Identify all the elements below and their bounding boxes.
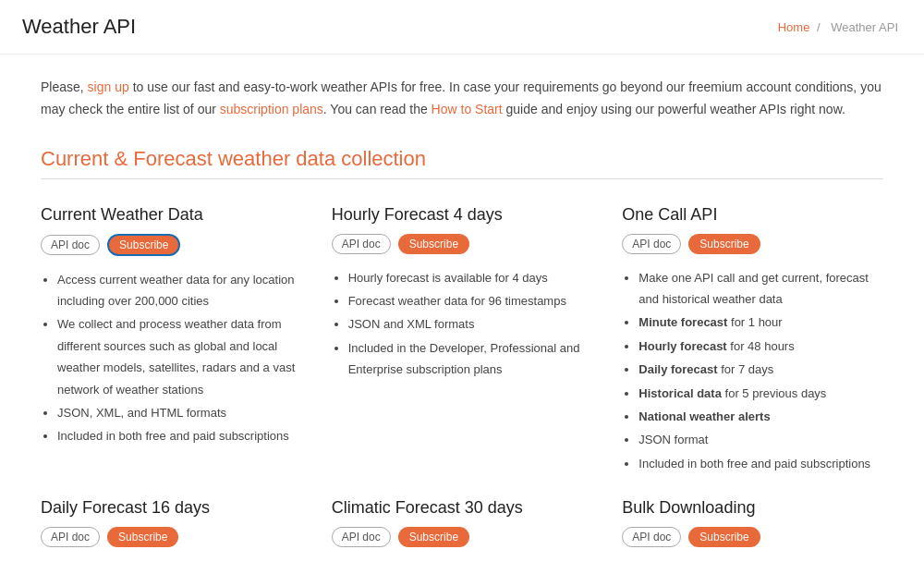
section-title: Current & Forecast weather data collecti… [41, 147, 883, 171]
card-actions-one-call-api: API doc Subscribe [622, 234, 883, 254]
card-actions-hourly-forecast-4: API doc Subscribe [332, 234, 593, 254]
card-current-weather: Current Weather Data API doc Subscribe A… [41, 205, 302, 477]
card-bullets-current-weather: Access current weather data for any loca… [41, 269, 302, 447]
list-item: Included in both free and paid subscript… [638, 453, 883, 474]
card-actions-daily-forecast-16: API doc Subscribe [41, 527, 302, 547]
card-actions-current-weather: API doc Subscribe [41, 234, 302, 256]
card-daily-forecast-16: Daily Forecast 16 days API doc Subscribe [41, 498, 302, 560]
breadcrumb-home[interactable]: Home [778, 20, 810, 34]
card-hourly-forecast-4: Hourly Forecast 4 days API doc Subscribe… [332, 205, 593, 477]
card-title-hourly-forecast-4: Hourly Forecast 4 days [332, 205, 593, 225]
list-item: Minute forecast for 1 hour [638, 311, 883, 333]
api-doc-button-bulk-downloading[interactable]: API doc [622, 527, 681, 547]
how-to-start-link[interactable]: How to Start [432, 102, 503, 116]
subscribe-button-hourly-forecast-4[interactable]: Subscribe [398, 234, 469, 254]
api-doc-button-one-call-api[interactable]: API doc [622, 234, 681, 254]
api-doc-button-daily-forecast-16[interactable]: API doc [41, 527, 100, 547]
list-item: Access current weather data for any loca… [57, 269, 302, 312]
signup-link[interactable]: sign up [88, 79, 129, 94]
list-item: JSON format [638, 429, 883, 450]
card-title-one-call-api: One Call API [622, 205, 883, 225]
list-item: We collect and process weather data from… [57, 313, 302, 400]
subscribe-button-climatic-forecast-30[interactable]: Subscribe [398, 527, 469, 547]
list-item: JSON and XML formats [348, 313, 593, 335]
card-bullets-hourly-forecast-4: Hourly forecast is available for 4 days … [332, 267, 593, 381]
card-climatic-forecast-30: Climatic Forecast 30 days API doc Subscr… [332, 498, 593, 560]
card-actions-bulk-downloading: API doc Subscribe [622, 527, 883, 547]
list-item: National weather alerts [638, 406, 883, 427]
breadcrumb-separator: / [817, 20, 821, 34]
subscription-plans-link[interactable]: subscription plans [220, 102, 323, 116]
intro-after-sub: . You can read the [323, 102, 432, 116]
card-title-climatic-forecast-30: Climatic Forecast 30 days [332, 498, 593, 518]
card-actions-climatic-forecast-30: API doc Subscribe [332, 527, 593, 547]
intro-text: Please, sign up to use our fast and easy… [41, 77, 883, 121]
card-title-daily-forecast-16: Daily Forecast 16 days [41, 498, 302, 518]
intro-before-signup: Please, [41, 79, 88, 94]
api-doc-button-climatic-forecast-30[interactable]: API doc [332, 527, 391, 547]
card-bulk-downloading: Bulk Downloading API doc Subscribe [622, 498, 883, 560]
list-item: Hourly forecast is available for 4 days [348, 267, 593, 288]
section-divider [41, 178, 883, 179]
list-item: Included in both free and paid subscript… [57, 425, 302, 446]
list-item: Hourly forecast for 48 hours [638, 336, 883, 357]
breadcrumb-current: Weather API [831, 20, 898, 34]
list-item: Included in the Developer, Professional … [348, 337, 593, 381]
card-title-bulk-downloading: Bulk Downloading [622, 498, 883, 518]
list-item: Daily forecast for 7 days [638, 359, 883, 380]
api-doc-button-current-weather[interactable]: API doc [41, 235, 100, 255]
intro-end: guide and enjoy using our powerful weath… [503, 102, 845, 116]
list-item: Make one API call and get current, forec… [638, 267, 883, 311]
cards-grid: Current Weather Data API doc Subscribe A… [41, 205, 883, 561]
list-item: Forecast weather data for 96 timestamps [348, 290, 593, 311]
subscribe-button-one-call-api[interactable]: Subscribe [688, 234, 760, 254]
list-item: JSON, XML, and HTML formats [57, 402, 302, 423]
card-bullets-one-call-api: Make one API call and get current, forec… [622, 267, 883, 475]
subscribe-button-current-weather[interactable]: Subscribe [107, 234, 180, 256]
api-doc-button-hourly-forecast-4[interactable]: API doc [332, 234, 391, 254]
breadcrumb: Home / Weather API [778, 20, 902, 34]
subscribe-button-bulk-downloading[interactable]: Subscribe [688, 527, 760, 547]
subscribe-button-daily-forecast-16[interactable]: Subscribe [107, 527, 178, 547]
card-one-call-api: One Call API API doc Subscribe Make one … [622, 205, 883, 477]
site-title: Weather API [22, 15, 136, 39]
card-title-current-weather: Current Weather Data [41, 205, 302, 225]
list-item: Historical data for 5 previous days [638, 383, 883, 404]
